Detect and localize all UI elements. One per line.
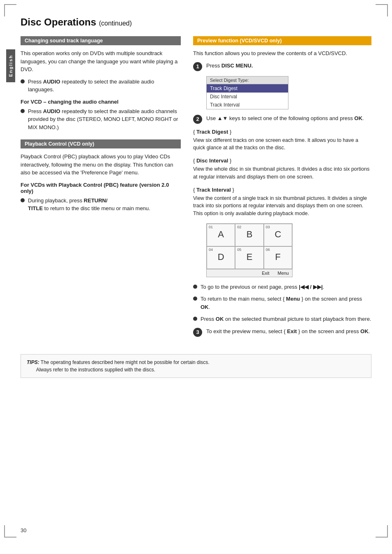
cell-letter-1: A bbox=[209, 230, 233, 239]
digest-option-track-interval: { Track Interval } View the content of a… bbox=[193, 187, 371, 218]
pbc-subheading: For VCDs with Playback Control (PBC) fea… bbox=[21, 182, 181, 194]
pbc-subheading-text: For VCDs with Playback Control (PBC) fea… bbox=[21, 182, 169, 194]
tips-label: TIPS: bbox=[27, 359, 39, 365]
prev-next-text: To go to the previous or next page, pres… bbox=[201, 283, 371, 291]
digest-type-menu: Select Digest Type: Track Digest Disc In… bbox=[206, 76, 288, 109]
page-title: Disc Operations (continued) bbox=[21, 12, 371, 28]
corner-decoration-tr bbox=[376, 4, 388, 16]
audio-bullet-1-text: Press AUDIO repeatedly to select the ava… bbox=[28, 78, 181, 94]
bullet-dot-3 bbox=[21, 198, 25, 202]
continued-text: (continued) bbox=[99, 20, 132, 27]
ok-thumbnail-text: Press OK on the selected thumbnail pictu… bbox=[201, 315, 371, 323]
thumb-cell-5: 05 E bbox=[235, 246, 263, 269]
track-interval-body: View the content of a single track in si… bbox=[193, 195, 371, 218]
thumb-row-2: 04 D 05 E 06 F bbox=[207, 246, 292, 269]
playback-body: Playback Control (PBC) playback allows y… bbox=[21, 153, 181, 177]
disc-interval-title: { Disc Interval } bbox=[193, 158, 371, 164]
vcd-audio-subheading: For VCD – changing the audio channel bbox=[21, 99, 181, 105]
cell-num-5: 05 bbox=[237, 248, 241, 252]
tips-text: The operating features described here mi… bbox=[27, 359, 210, 373]
audio-bullet-1: Press AUDIO repeatedly to select the ava… bbox=[21, 78, 181, 94]
menu-item-track-digest: Track Digest bbox=[207, 84, 288, 93]
cell-num-3: 03 bbox=[266, 225, 270, 229]
digest-option-disc-interval: { Disc Interval } View the whole disc in… bbox=[193, 158, 371, 181]
thumb-cell-2: 02 B bbox=[235, 224, 263, 246]
english-tab-label: English bbox=[8, 55, 13, 77]
cell-letter-6: F bbox=[266, 253, 290, 262]
menu-item-track-interval: Track Interval bbox=[207, 101, 288, 109]
vcd-audio-subheading-text: For VCD – changing the audio channel bbox=[21, 99, 118, 105]
step-2-content: Use ▲▼ keys to select one of the followi… bbox=[206, 114, 371, 123]
menu-label: Menu bbox=[277, 271, 289, 276]
cell-letter-2: B bbox=[237, 230, 261, 239]
prev-next-bullet: To go to the previous or next page, pres… bbox=[193, 283, 371, 291]
step-1-row: 1 Press DISC MENU. bbox=[193, 62, 371, 71]
thumb-cell-1: 01 A bbox=[207, 224, 235, 246]
corner-decoration-br bbox=[376, 525, 388, 538]
title-text: Disc Operations bbox=[21, 16, 96, 28]
step-2-circle: 2 bbox=[193, 115, 202, 124]
preview-body: This function allows you to preview the … bbox=[193, 49, 371, 58]
track-digest-body: View six different tracks on one screen … bbox=[193, 137, 371, 152]
step-1-content: Press DISC MENU. bbox=[206, 62, 371, 70]
page-number: 30 bbox=[21, 527, 26, 533]
track-interval-title: { Track Interval } bbox=[193, 187, 371, 193]
thumb-row-1: 01 A 02 B 03 C bbox=[207, 224, 292, 246]
tips-box: TIPS: The operating features described h… bbox=[21, 354, 371, 378]
step-3-number: 3 bbox=[196, 329, 199, 335]
bullet-dot bbox=[21, 79, 25, 83]
audio-bullet-2: Press AUDIO repeatedly to select the ava… bbox=[21, 107, 181, 132]
bullet-dot-4 bbox=[193, 285, 197, 289]
corner-decoration-tl bbox=[4, 4, 16, 16]
digest-option-track-digest: { Track Digest } View six different trac… bbox=[193, 129, 371, 152]
english-tab: English bbox=[6, 49, 15, 82]
cell-num-6: 06 bbox=[266, 248, 270, 252]
preview-header: Preview function (VCD/SVCD only) bbox=[193, 36, 371, 45]
cell-letter-5: E bbox=[237, 253, 261, 262]
thumbnail-grid: 01 A 02 B 03 C 04 D bbox=[206, 223, 293, 277]
playback-bullet-text: During playback, press RETURN/TITLE to r… bbox=[28, 197, 181, 213]
track-digest-title: { Track Digest } bbox=[193, 129, 371, 135]
disc-interval-body: View the whole disc in six thumbnail pic… bbox=[193, 165, 371, 181]
cell-letter-3: C bbox=[266, 230, 290, 239]
playback-header: Playback Control (VCD only) bbox=[21, 139, 181, 148]
sound-track-body: This operation works only on DVDs with m… bbox=[21, 49, 181, 74]
two-column-layout: Changing sound track language This opera… bbox=[21, 36, 371, 342]
step-1-number: 1 bbox=[196, 63, 199, 70]
step-2-number: 2 bbox=[196, 116, 199, 122]
main-menu-text: To return to the main menu, select { Men… bbox=[201, 295, 371, 311]
sound-track-header: Changing sound track language bbox=[21, 36, 181, 45]
step-3-circle: 3 bbox=[193, 328, 202, 337]
ok-thumbnail-bullet: Press OK on the selected thumbnail pictu… bbox=[193, 315, 371, 323]
step-3-row: 3 To exit the preview menu, select { Exi… bbox=[193, 327, 371, 337]
thumb-cell-3: 03 C bbox=[264, 224, 292, 246]
cell-num-4: 04 bbox=[209, 248, 213, 252]
bullet-dot-5 bbox=[193, 297, 197, 301]
main-menu-bullet: To return to the main menu, select { Men… bbox=[193, 295, 371, 311]
cell-letter-4: D bbox=[209, 253, 233, 262]
thumb-footer: Exit Menu bbox=[207, 269, 292, 277]
thumb-cell-6: 06 F bbox=[264, 246, 292, 269]
step-2-row: 2 Use ▲▼ keys to select one of the follo… bbox=[193, 114, 371, 124]
corner-decoration-bl bbox=[4, 525, 16, 538]
page-wrapper: English Disc Operations (continued) Chan… bbox=[0, 0, 392, 554]
cell-num-1: 01 bbox=[209, 225, 213, 229]
thumb-cell-4: 04 D bbox=[207, 246, 235, 269]
bullet-dot-2 bbox=[21, 109, 25, 113]
menu-item-disc-interval: Disc Interval bbox=[207, 93, 288, 101]
step-1-circle: 1 bbox=[193, 62, 202, 71]
step-1-bold: DISC MENU. bbox=[221, 63, 253, 69]
bullet-dot-6 bbox=[193, 317, 197, 321]
playback-bullet: During playback, press RETURN/TITLE to r… bbox=[21, 197, 181, 213]
cell-num-2: 02 bbox=[237, 225, 241, 229]
audio-bullet-2-text: Press AUDIO repeatedly to select the ava… bbox=[28, 107, 181, 132]
menu-box-header: Select Digest Type: bbox=[207, 76, 288, 84]
exit-label: Exit bbox=[262, 271, 269, 276]
right-column: Preview function (VCD/SVCD only) This fu… bbox=[193, 36, 371, 342]
left-column: Changing sound track language This opera… bbox=[21, 36, 181, 217]
step-3-content: To exit the preview menu, select { Exit … bbox=[206, 327, 371, 336]
